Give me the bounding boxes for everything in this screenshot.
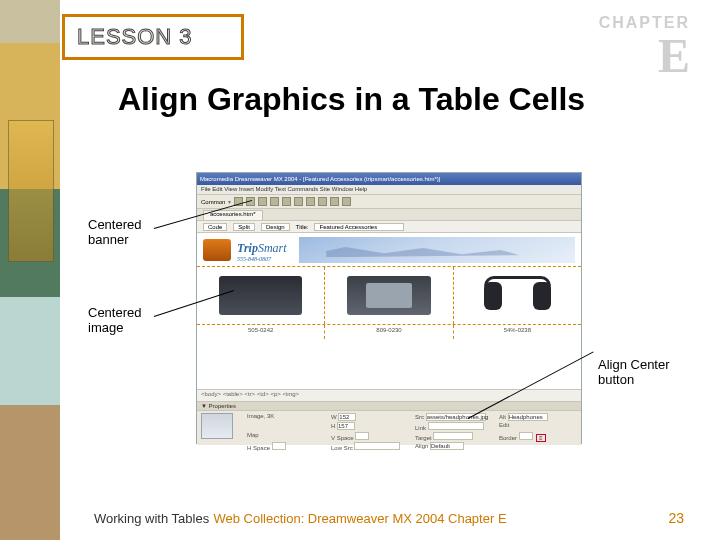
prop-align-label: Align bbox=[415, 443, 428, 449]
prop-border-field bbox=[519, 432, 533, 440]
align-center-button: ≡ bbox=[536, 434, 546, 442]
caption-cell: 505-0242 bbox=[197, 325, 325, 339]
prop-edit-label: Edit bbox=[499, 422, 509, 428]
chapter-letter: E bbox=[658, 32, 690, 80]
image-thumbnail bbox=[201, 413, 233, 439]
brand-phone: 555-848-0807 bbox=[237, 256, 287, 262]
prop-hspace-field bbox=[272, 442, 286, 450]
brand-smart: Smart bbox=[258, 241, 287, 255]
prop-border-label: Border bbox=[499, 435, 517, 441]
toolbar-icon bbox=[294, 197, 303, 206]
side-photo-strip bbox=[0, 0, 60, 540]
toolbar-icon bbox=[318, 197, 327, 206]
prop-w-field: 152 bbox=[338, 413, 356, 421]
prop-h-label: H bbox=[331, 423, 335, 429]
product-bag-image bbox=[219, 276, 303, 314]
toolbar-icon bbox=[342, 197, 351, 206]
prop-hspace-label: H Space bbox=[247, 445, 270, 451]
title-label: Title: bbox=[296, 224, 309, 230]
properties-header: ▼ Properties bbox=[197, 402, 581, 411]
callout-align-button: Align Center button bbox=[598, 358, 678, 388]
title-field: Featured Accessories bbox=[314, 223, 404, 231]
prop-align-field: Default bbox=[430, 442, 464, 450]
footer-page-number: 23 bbox=[668, 510, 684, 526]
prop-lowsrc-field bbox=[354, 442, 400, 450]
window-titlebar: Macromedia Dreamweaver MX 2004 - [Featur… bbox=[197, 173, 581, 185]
callout-centered-image: Centered image bbox=[88, 306, 168, 336]
toolbar-icon bbox=[306, 197, 315, 206]
caption-cell: 54%-0238 bbox=[454, 325, 581, 339]
prop-alt-label: Alt bbox=[499, 414, 506, 420]
design-canvas: TripSmart 555-848-0807 505-0242 809-0230… bbox=[197, 233, 581, 389]
prop-src-label: Src bbox=[415, 414, 424, 420]
prop-link-label: Link bbox=[415, 425, 426, 431]
prop-name: Image, 3K bbox=[247, 413, 274, 419]
toolbar-group-label: Common bbox=[201, 199, 225, 205]
prop-w-label: W bbox=[331, 414, 337, 420]
prop-h-field: 157 bbox=[337, 422, 355, 430]
document-toolbar: Code Split Design Title: Featured Access… bbox=[197, 221, 581, 233]
banner-map-graphic bbox=[299, 237, 575, 263]
toolbar-icon bbox=[258, 197, 267, 206]
product-cell bbox=[325, 267, 453, 324]
toolbar-icon bbox=[270, 197, 279, 206]
callout-centered-banner: Centered banner bbox=[88, 218, 168, 248]
toolbar-icon bbox=[282, 197, 291, 206]
prop-target-label: Target bbox=[415, 435, 432, 441]
tripsmart-logo-icon bbox=[203, 239, 231, 261]
prop-link-field bbox=[428, 422, 484, 430]
brand-text: TripSmart 555-848-0807 bbox=[237, 238, 287, 262]
insert-toolbar: Common ▾ bbox=[197, 195, 581, 209]
prop-vspace-label: V Space bbox=[331, 435, 354, 441]
page-title: Align Graphics in a Table Cells bbox=[118, 82, 638, 117]
properties-panel: ▼ Properties Image, 3K W 152 Src assets/… bbox=[197, 401, 581, 445]
toolbar-icon bbox=[330, 197, 339, 206]
footer-center: Web Collection: Dreamweaver MX 2004 Chap… bbox=[0, 511, 720, 526]
brand-trip: Trip bbox=[237, 241, 258, 255]
document-tabstrip: accessories.htm* bbox=[197, 209, 581, 221]
prop-vspace-field bbox=[355, 432, 369, 440]
split-view-button: Split bbox=[233, 223, 255, 231]
banner-row: TripSmart 555-848-0807 bbox=[197, 233, 581, 267]
product-case-image bbox=[347, 276, 431, 314]
product-row bbox=[197, 267, 581, 325]
caption-cell: 809-0230 bbox=[325, 325, 453, 339]
tag-selector: <body> <table> <tr> <td> <p> <img> bbox=[197, 389, 581, 401]
dreamweaver-screenshot: Macromedia Dreamweaver MX 2004 - [Featur… bbox=[196, 172, 582, 444]
code-view-button: Code bbox=[203, 223, 227, 231]
prop-lowsrc-label: Low Src bbox=[331, 445, 353, 451]
lesson-label: LESSON 3 bbox=[77, 24, 193, 50]
prop-alt-field: Headphones bbox=[508, 413, 548, 421]
product-cell bbox=[454, 267, 581, 324]
prop-map-label: Map bbox=[247, 432, 259, 438]
menu-bar: File Edit View Insert Modify Text Comman… bbox=[197, 185, 581, 195]
product-headphones-image bbox=[476, 276, 560, 314]
caption-row: 505-0242 809-0230 54%-0238 bbox=[197, 325, 581, 339]
prop-target-field bbox=[433, 432, 473, 440]
lesson-box: LESSON 3 bbox=[62, 14, 244, 60]
design-view-button: Design bbox=[261, 223, 290, 231]
